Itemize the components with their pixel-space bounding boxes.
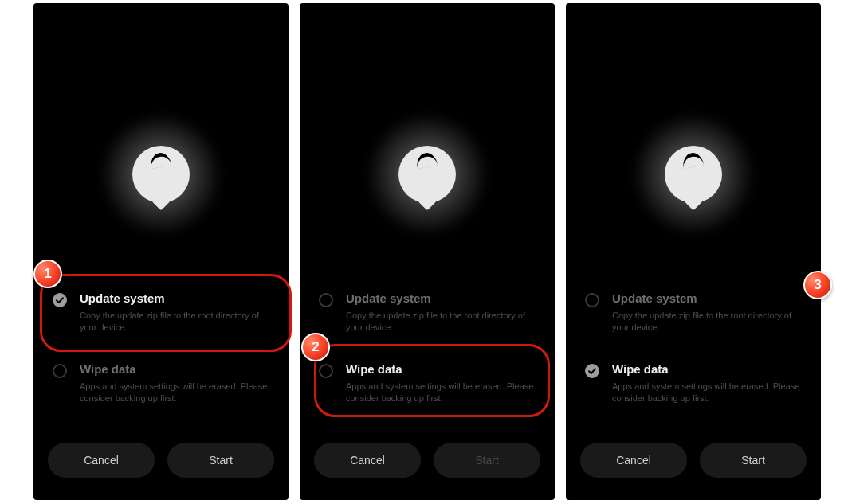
recovery-screen-3: Update system Copy the update.zip file t…: [566, 3, 821, 500]
cancel-button[interactable]: Cancel: [48, 443, 155, 478]
step-badge-2: 2: [301, 333, 330, 361]
checkmark-icon: [587, 366, 597, 376]
option-wipe-subtitle: Apps and system settings will be erased.…: [346, 381, 536, 404]
option-update-title: Update system: [346, 291, 536, 305]
step-badge-3: 3: [803, 271, 832, 299]
option-wipe-subtitle: Apps and system settings will be erased.…: [612, 381, 802, 404]
flyme-drop-logo: [646, 127, 741, 222]
option-wipe-title: Wipe data: [80, 362, 269, 376]
option-wipe-data[interactable]: Wipe data Apps and system settings will …: [49, 354, 273, 419]
option-update-system[interactable]: Update system Copy the update.zip file t…: [582, 283, 805, 348]
step-badge-1: 1: [33, 260, 62, 288]
option-update-title: Update system: [612, 291, 802, 305]
option-wipe-subtitle: Apps and system settings will be erased.…: [80, 381, 269, 404]
flyme-drop-logo: [379, 127, 475, 222]
radio-update-system[interactable]: [585, 293, 599, 307]
tutorial-triptych: Update system Copy the update.zip file t…: [0, 0, 848, 504]
option-update-subtitle: Copy the update.zip file to the root dir…: [612, 310, 802, 334]
radio-wipe-data[interactable]: [53, 364, 67, 378]
action-buttons: Cancel Start: [580, 443, 807, 478]
option-update-system[interactable]: Update system Copy the update.zip file t…: [49, 283, 273, 348]
option-update-subtitle: Copy the update.zip file to the root dir…: [346, 310, 536, 334]
radio-wipe-data[interactable]: [585, 364, 599, 378]
start-button[interactable]: Start: [434, 443, 540, 478]
recovery-options: Update system Copy the update.zip file t…: [49, 283, 273, 424]
radio-update-system[interactable]: [53, 293, 67, 307]
option-wipe-title: Wipe data: [612, 362, 802, 376]
option-wipe-data[interactable]: Wipe data Apps and system settings will …: [582, 354, 805, 419]
option-wipe-data[interactable]: Wipe data Apps and system settings will …: [316, 354, 539, 419]
flyme-drop-logo: [113, 127, 209, 222]
start-button[interactable]: Start: [167, 443, 274, 478]
recovery-options: Update system Copy the update.zip file t…: [582, 283, 805, 424]
action-buttons: Cancel Start: [48, 443, 274, 478]
option-update-title: Update system: [80, 291, 269, 305]
option-wipe-title: Wipe data: [346, 362, 536, 376]
recovery-screen-1: Update system Copy the update.zip file t…: [33, 3, 289, 500]
radio-update-system[interactable]: [319, 293, 333, 307]
recovery-screen-2: Update system Copy the update.zip file t…: [300, 3, 555, 500]
recovery-options: Update system Copy the update.zip file t…: [316, 283, 539, 424]
action-buttons: Cancel Start: [314, 443, 540, 478]
cancel-button[interactable]: Cancel: [580, 443, 687, 478]
radio-wipe-data[interactable]: [319, 364, 333, 378]
start-button[interactable]: Start: [700, 443, 807, 478]
cancel-button[interactable]: Cancel: [314, 443, 421, 478]
option-update-system[interactable]: Update system Copy the update.zip file t…: [316, 283, 539, 348]
checkmark-icon: [55, 295, 65, 305]
option-update-subtitle: Copy the update.zip file to the root dir…: [80, 310, 269, 334]
